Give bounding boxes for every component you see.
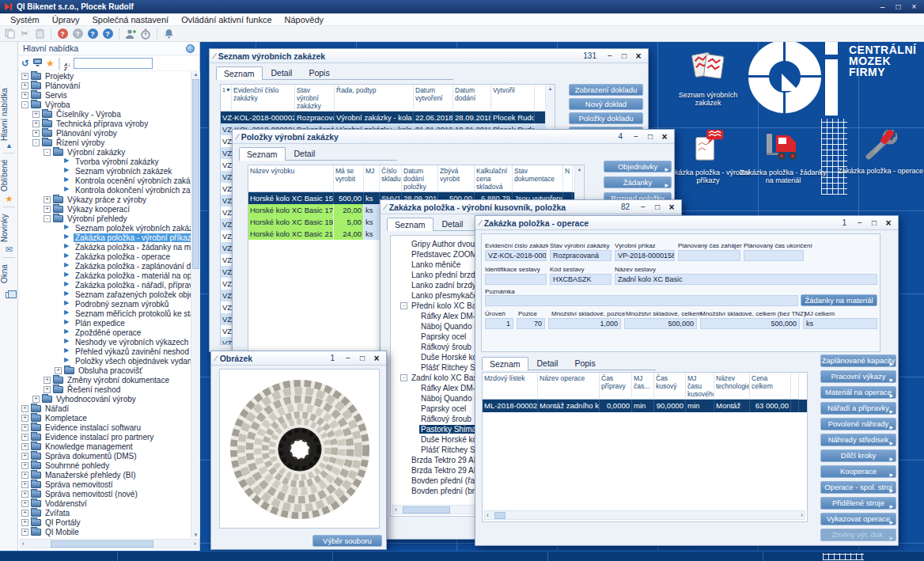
menu-help[interactable]: Nápovědy bbox=[278, 15, 331, 25]
action-button[interactable]: Operace - spol. stroj▶ bbox=[820, 481, 896, 494]
tree-item[interactable]: Seznam měřicích protokolů ke statkům bbox=[18, 309, 191, 318]
order-number-field[interactable]: VZ-KOL-2018-000002 bbox=[485, 250, 547, 261]
help-blue-icon[interactable]: ? bbox=[86, 28, 99, 40]
expand-toggle-icon[interactable]: + bbox=[21, 92, 28, 99]
cut-icon[interactable]: ✂ bbox=[18, 28, 31, 40]
table-row[interactable]: VZ-KOL-2018-000002 Rozpracovaná Výrobní … bbox=[221, 112, 555, 123]
expand-toggle-icon[interactable]: + bbox=[32, 111, 40, 118]
column-header[interactable]: Evidenční číslo zakázky bbox=[232, 85, 295, 112]
column-header[interactable]: Cena celkem bbox=[750, 373, 791, 400]
tree-item[interactable]: + Výkazy práce z výroby bbox=[18, 195, 191, 204]
column-header[interactable]: Datum dodání položky bbox=[402, 165, 438, 192]
action-button[interactable]: Vykazovat operace▶ bbox=[820, 513, 896, 525]
tree-item[interactable]: Zakázka položka - výrobní příkazy bbox=[18, 233, 191, 242]
tab-detail[interactable]: Detail bbox=[286, 146, 324, 160]
action-button[interactable]: Pracovní výkazy▶ bbox=[820, 370, 896, 383]
column-header[interactable]: Kalkulační cena skladová bbox=[475, 165, 513, 192]
desktop-icon-operations[interactable]: Zakázka položka - operace bbox=[837, 130, 924, 175]
tab-detail[interactable]: Detail bbox=[263, 66, 301, 79]
table-row[interactable]: ML-2018-0000270 Montáž zadního kola 0,00… bbox=[483, 400, 807, 412]
action-button[interactable]: Zobrazení dokladu bbox=[569, 84, 643, 96]
qty-position-field[interactable]: 1,000 bbox=[548, 318, 621, 329]
help-gray-icon[interactable]: ? bbox=[71, 28, 84, 40]
tree-item[interactable]: Zakázka položka - materiál na operace bbox=[18, 271, 191, 280]
column-header[interactable]: Datum dodání bbox=[453, 85, 491, 112]
tab-popis[interactable]: Popis bbox=[301, 66, 337, 79]
tree-item[interactable]: + Správa nemovitostí bbox=[18, 480, 191, 489]
expand-toggle-icon[interactable]: + bbox=[32, 396, 40, 403]
close-button[interactable]: × bbox=[659, 131, 670, 142]
maximize-button[interactable]: □ bbox=[652, 203, 663, 211]
favorites-star-icon[interactable]: ★ bbox=[46, 58, 55, 69]
production-command-field[interactable]: VP-2018-0000158 bbox=[615, 250, 675, 261]
minimize-button[interactable]: − bbox=[604, 51, 615, 60]
tree-item[interactable]: Přehled výkazů zavinění neshod bbox=[18, 347, 191, 356]
desktop-view-icon[interactable] bbox=[32, 56, 43, 70]
expand-toggle-icon[interactable]: + bbox=[21, 481, 28, 488]
minimize-button[interactable]: − bbox=[638, 203, 649, 211]
material-requests-button[interactable]: Žádanky na materiál bbox=[801, 294, 877, 306]
tree-item[interactable]: + Vodárenství bbox=[18, 498, 191, 508]
column-header[interactable]: Stav dokumentace bbox=[513, 165, 563, 192]
close-button[interactable]: × bbox=[883, 218, 894, 229]
expand-toggle-icon[interactable]: - bbox=[21, 101, 28, 108]
column-header[interactable]: Název výrobku bbox=[248, 165, 334, 192]
tree-item[interactable]: + Vyhodnocování výroby bbox=[18, 394, 191, 404]
tree-item[interactable]: + Správa nemovitostí (nové) bbox=[18, 489, 191, 498]
expand-toggle-icon[interactable]: - bbox=[44, 149, 51, 156]
position-field[interactable]: 70 bbox=[517, 318, 545, 329]
action-button[interactable]: Zaplánované kapacity▶ bbox=[820, 354, 896, 367]
minimize-button[interactable]: − bbox=[631, 132, 642, 141]
tree-vertical-scrollbar[interactable]: ▲ ▼ bbox=[191, 71, 200, 538]
expand-toggle-icon[interactable]: - bbox=[400, 374, 407, 381]
tree-horizontal-scrollbar[interactable]: ‹ › bbox=[20, 539, 199, 548]
tree-item[interactable]: Zakázka položka - nářadí, přípravky bbox=[18, 280, 191, 290]
copy-icon[interactable] bbox=[3, 28, 16, 40]
paste-icon[interactable] bbox=[33, 28, 46, 40]
tree-item[interactable]: + Evidence instalací pro partnery bbox=[18, 432, 191, 442]
tree-item[interactable]: Zakázka položka - žádanky na materiál bbox=[18, 242, 191, 252]
tree-item[interactable]: + Plánování výroby bbox=[18, 128, 191, 138]
tab-detail[interactable]: Detail bbox=[434, 217, 471, 230]
column-header[interactable]: Stav výrobní zakázky bbox=[295, 85, 335, 112]
sort-indicator[interactable]: 1▼ bbox=[221, 85, 232, 112]
column-header[interactable]: Zbývá vyrobit bbox=[438, 165, 475, 192]
tree-item[interactable]: + Kompletace bbox=[18, 413, 191, 423]
menu-active-function[interactable]: Ovládání aktivní funkce bbox=[175, 15, 278, 25]
column-header[interactable]: MJ času kusového bbox=[686, 373, 714, 400]
action-button[interactable]: Kooperace▶ bbox=[820, 465, 896, 478]
tree-item[interactable]: + Plánování bbox=[18, 81, 191, 90]
tree-item[interactable]: + Číselníky - Výroba bbox=[18, 109, 191, 119]
unit-field[interactable]: ks bbox=[803, 318, 877, 329]
window-titlebar[interactable]: ∕ Obrázek 1 − □ × bbox=[211, 351, 386, 366]
level-field[interactable]: 1 bbox=[485, 318, 513, 329]
tab-seznam[interactable]: Seznam bbox=[387, 218, 434, 231]
qty-total-tnz-field[interactable]: 500,000 bbox=[700, 318, 800, 329]
tab-main-menu[interactable]: Hlavní nabídka bbox=[0, 88, 18, 142]
expand-toggle-icon[interactable]: + bbox=[55, 367, 62, 374]
close-button[interactable]: × bbox=[371, 353, 382, 364]
tree-item[interactable]: + Souhrnné pohledy bbox=[18, 461, 191, 470]
expand-toggle-icon[interactable]: + bbox=[21, 415, 28, 422]
desktop-icon-production-orders[interactable]: Seznam výrobních zakázek bbox=[665, 47, 752, 107]
tree-item[interactable]: Podrobný seznam výrobků bbox=[18, 299, 191, 309]
close-button[interactable]: × bbox=[633, 51, 644, 62]
expand-toggle-icon[interactable]: + bbox=[21, 434, 28, 441]
column-header[interactable]: Vytvořil bbox=[491, 85, 535, 112]
action-button[interactable]: Přidělené stroje▶ bbox=[820, 497, 896, 510]
tree-item[interactable]: Zakázka položka - zaplánování do kapacit bbox=[18, 261, 191, 271]
action-button[interactable]: Položky dokladu bbox=[569, 112, 643, 124]
tree-item[interactable]: + Knowledge management bbox=[18, 442, 191, 451]
planned-end-field[interactable] bbox=[744, 250, 804, 261]
tab-seznam[interactable]: Seznam bbox=[482, 357, 528, 370]
qty-total-field[interactable]: 500,000 bbox=[624, 318, 697, 329]
minimize-button[interactable]: − bbox=[343, 354, 354, 362]
sort-az-icon[interactable]: AZ↓ bbox=[64, 55, 70, 71]
expand-toggle-icon[interactable]: - bbox=[44, 215, 51, 222]
column-header[interactable]: MJ čas... bbox=[632, 373, 654, 400]
column-header[interactable]: Číslo skladu bbox=[380, 165, 402, 192]
assembly-id-field[interactable] bbox=[485, 274, 547, 285]
add-user-icon[interactable] bbox=[124, 28, 137, 40]
expand-toggle-icon[interactable]: + bbox=[21, 443, 28, 450]
planned-start-field[interactable] bbox=[678, 250, 740, 261]
